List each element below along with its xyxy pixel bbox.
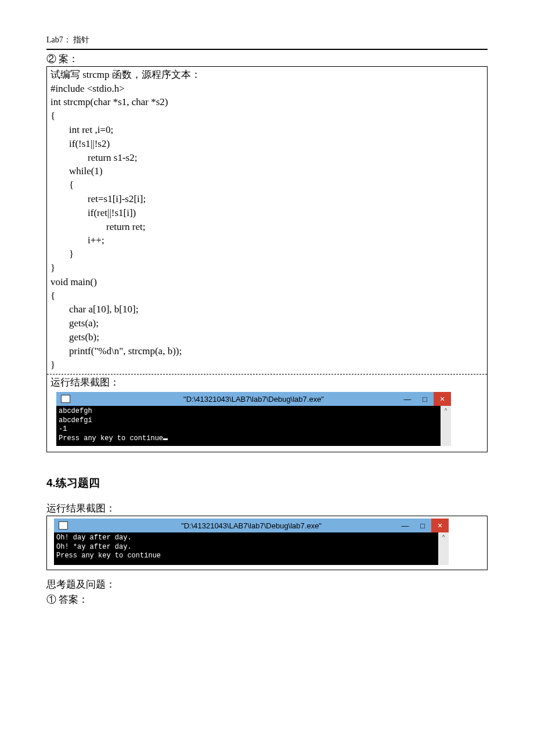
code-line: } <box>50 358 484 372</box>
maximize-button[interactable]: □ <box>414 519 431 532</box>
console-app-icon <box>59 521 68 530</box>
item-2-label: ② 案： <box>46 52 488 66</box>
console-app-icon <box>61 395 70 403</box>
code-line: { <box>50 289 484 303</box>
console-titlebar[interactable]: "D:\41321043\LAB7\lab7\Debug\lab7.exe" —… <box>56 392 451 406</box>
code-line: void main() <box>50 275 484 289</box>
code-line: i++; <box>50 233 484 247</box>
console-output: abcdefgh abcdefgi -1 Press any key to co… <box>56 406 441 445</box>
code-line: char a[10], b[10]; <box>50 303 484 316</box>
minimize-button[interactable]: — <box>399 392 416 406</box>
minimize-button[interactable]: — <box>396 519 414 532</box>
answer-1-label: ① 答案： <box>46 592 488 607</box>
code-line: return s1-s2; <box>50 151 484 165</box>
close-button[interactable]: × <box>431 519 449 532</box>
code-intro: 试编写 strcmp 函数，源程序文本： <box>50 68 484 82</box>
console-window-2: "D:\41321043\LAB7\lab7\Debug\lab7.exe" —… <box>54 519 449 565</box>
code-block: #include <stdio.h>int strcmp(char *s1, c… <box>50 82 484 372</box>
code-line: if(!s1||!s2) <box>50 137 484 151</box>
scroll-up-icon[interactable]: ^ <box>438 532 449 542</box>
code-line: { <box>50 178 484 192</box>
console-titlebar[interactable]: "D:\41321043\LAB7\lab7\Debug\lab7.exe" —… <box>54 519 449 532</box>
code-line: ret=s1[i]-s2[i]; <box>50 192 484 206</box>
console-output: Oh! day after day. Oh! *ay after day. Pr… <box>54 532 438 565</box>
code-line: return ret; <box>50 220 484 234</box>
code-line: } <box>50 261 484 275</box>
code-line: gets(b); <box>50 330 484 344</box>
code-line: int ret ,i=0; <box>50 123 484 137</box>
result-box-2: "D:\41321043\LAB7\lab7\Debug\lab7.exe" —… <box>46 516 488 570</box>
section-4-title: 4.练习题四 <box>46 476 488 491</box>
code-line: if(ret||!s1[i]) <box>50 206 484 220</box>
code-box-1: 试编写 strcmp 函数，源程序文本： #include <stdio.h>i… <box>46 66 488 452</box>
code-line: } <box>50 247 484 261</box>
result-label-1: 运行结果截图： <box>50 376 484 390</box>
scroll-up-icon[interactable]: ^ <box>441 406 451 415</box>
result-label-2: 运行结果截图： <box>46 501 488 516</box>
console-scrollbar[interactable]: ^ <box>441 406 451 445</box>
code-line: printf("%d\n", strcmp(a, b)); <box>50 344 484 358</box>
close-button[interactable]: × <box>434 392 451 406</box>
page-header: Lab7： 指针 <box>46 35 488 45</box>
code-line: gets(a); <box>50 316 484 330</box>
maximize-button[interactable]: □ <box>416 392 434 406</box>
code-line: int strcmp(char *s1, char *s2) <box>50 95 484 109</box>
thinking-questions-label: 思考题及问题： <box>46 577 488 592</box>
console-scrollbar[interactable]: ^ <box>438 532 449 565</box>
code-line: while(1) <box>50 164 484 178</box>
console-title: "D:\41321043\LAB7\lab7\Debug\lab7.exe" <box>56 395 451 404</box>
header-rule <box>46 49 488 50</box>
cursor-icon <box>163 438 168 440</box>
code-line: { <box>50 109 484 123</box>
box-divider <box>47 374 487 375</box>
console-title: "D:\41321043\LAB7\lab7\Debug\lab7.exe" <box>54 521 449 530</box>
console-window-1: "D:\41321043\LAB7\lab7\Debug\lab7.exe" —… <box>56 392 451 445</box>
code-line: #include <stdio.h> <box>50 82 484 96</box>
